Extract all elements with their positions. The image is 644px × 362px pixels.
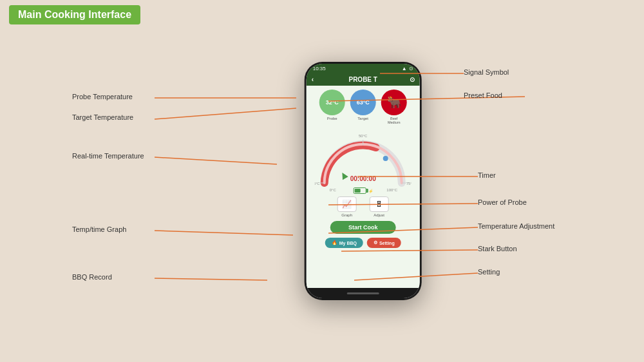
svg-line-15 (155, 278, 267, 280)
graph-action-item[interactable]: 📈 Graph (337, 196, 357, 217)
bbq-tab-label: My BBQ (339, 241, 357, 245)
app-content: 32°C Probe 63°C Target 🐂 BeefMedium (307, 86, 420, 288)
svg-text:25°C: 25°C (315, 182, 321, 186)
label-target-temperature: Target Temperature (72, 113, 133, 121)
bbq-tab-button[interactable]: 🔥 My BBQ (325, 238, 363, 248)
svg-point-4 (383, 156, 388, 161)
svg-marker-3 (339, 171, 348, 180)
start-cook-button[interactable]: Start Cook (330, 221, 396, 234)
svg-text:0°C: 0°C (330, 188, 337, 192)
target-temp-item: 63°C Target (350, 90, 376, 124)
svg-text:100°C: 100°C (386, 188, 397, 192)
page-title: Main Cooking Interface (9, 5, 140, 24)
wifi-header-icon: ⊙ (410, 76, 415, 83)
label-start-button: Stark Button (478, 245, 517, 252)
label-bbq-record: BBQ Record (72, 273, 112, 281)
label-timer: Timer (478, 171, 496, 179)
svg-line-14 (155, 231, 293, 235)
battery-fill (354, 189, 361, 193)
setting-tab-label: Setting (379, 241, 395, 245)
svg-line-12 (155, 108, 296, 119)
status-bar: 10:35 ▲ ⊙ (307, 64, 420, 73)
app-header: ‹ PROBE T ⊙ (307, 73, 420, 86)
label-temp-time-graph: Temp/time Graph (72, 225, 126, 233)
adjust-icon: 🎚 (370, 196, 389, 212)
home-bar (347, 292, 379, 294)
target-temp-label: Target (357, 117, 368, 120)
header-title: PROBE T (348, 76, 377, 83)
status-time: 10:35 (313, 66, 326, 71)
probe-temp-item: 32°C Probe (319, 90, 345, 124)
label-probe-temperature: Probe Temperature (72, 93, 133, 100)
temp-row: 32°C Probe 63°C Target 🐂 BeefMedium (319, 90, 407, 124)
beef-icon: 🐂 (381, 90, 407, 115)
wifi-icon: ⊙ (409, 66, 413, 71)
svg-line-13 (155, 157, 277, 164)
battery-icon (353, 187, 366, 194)
adjust-label: Adjust (374, 213, 384, 217)
label-temperature-adjustment: Temperature Adjustment (478, 222, 554, 230)
label-power-of-probe: Power of Probe (478, 198, 527, 206)
home-indicator (307, 288, 420, 298)
status-icons: ▲ ⊙ (402, 66, 413, 71)
setting-icon: ⚙ (374, 240, 377, 245)
svg-text:00:00:00: 00:00:00 (350, 175, 376, 182)
label-signal-symbol: Signal Symbol (464, 68, 509, 76)
gauge-svg: 00:00:00 50°C 25°C 75°C 0°C 100°C (315, 128, 412, 193)
target-temp-circle: 63°C (350, 90, 376, 115)
probe-temp-label: Probe (327, 117, 337, 120)
label-realtime-temperature: Real-time Temperature (72, 152, 144, 160)
label-setting: Setting (478, 268, 500, 276)
graph-icon: 📈 (337, 196, 357, 212)
beef-label: BeefMedium (388, 117, 401, 124)
graph-label: Graph (341, 213, 352, 217)
svg-text:75°C: 75°C (406, 182, 412, 186)
gauge-container: 00:00:00 50°C 25°C 75°C 0°C 100°C (315, 128, 412, 186)
phone-mockup: 10:35 ▲ ⊙ ‹ PROBE T ⊙ 32°C (305, 62, 422, 300)
svg-text:50°C: 50°C (359, 134, 368, 138)
bottom-tabs: 🔥 My BBQ ⚙ Setting (310, 238, 416, 248)
back-arrow-icon[interactable]: ‹ (312, 76, 314, 83)
adjust-action-item[interactable]: 🎚 Adjust (370, 196, 389, 217)
label-preset-food: Preset Food (464, 91, 502, 99)
action-row: 📈 Graph 🎚 Adjust (337, 196, 389, 217)
beef-preset-item[interactable]: 🐂 BeefMedium (381, 90, 407, 124)
bbq-icon: 🔥 (332, 240, 337, 245)
probe-temp-circle: 32°C (319, 90, 345, 115)
signal-icon: ▲ (402, 66, 407, 71)
target-temp-value: 63°C (357, 99, 370, 106)
setting-tab-button[interactable]: ⚙ Setting (367, 238, 401, 248)
probe-temp-value: 32°C (326, 99, 339, 106)
